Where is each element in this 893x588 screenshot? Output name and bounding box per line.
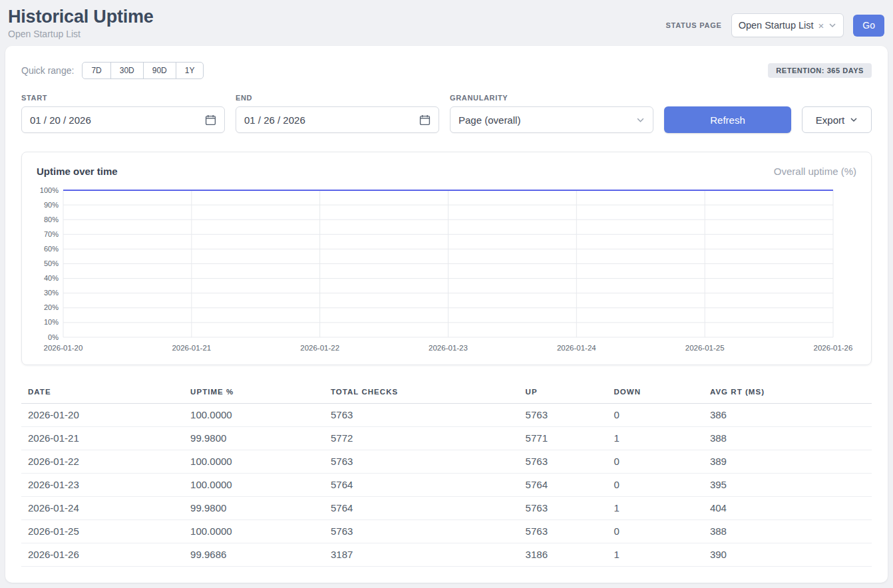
end-date-label: END: [236, 94, 439, 102]
chart-header: Uptime over time Overall uptime (%): [37, 166, 856, 177]
svg-text:40%: 40%: [44, 274, 59, 282]
svg-text:30%: 30%: [44, 289, 59, 297]
table-cell: 2026-01-24: [21, 497, 184, 520]
table-cell: 5763: [324, 404, 519, 427]
go-button[interactable]: Go: [853, 15, 884, 37]
page-title: Historical Uptime: [8, 7, 154, 27]
table-cell: 5763: [519, 520, 608, 543]
table-cell: 2026-01-22: [21, 450, 184, 474]
svg-text:100%: 100%: [40, 186, 59, 194]
table-cell: 2026-01-21: [21, 427, 184, 450]
svg-text:2026-01-23: 2026-01-23: [429, 344, 468, 352]
svg-text:2026-01-22: 2026-01-22: [300, 344, 339, 352]
uptime-table: DATE UPTIME % TOTAL CHECKS UP DOWN AVG R…: [21, 381, 872, 567]
table-cell: 100.0000: [184, 450, 324, 474]
table-cell: 5764: [324, 474, 519, 497]
quick-range-1y-button[interactable]: 1Y: [176, 62, 204, 79]
table-cell: 2026-01-25: [21, 520, 184, 543]
calendar-icon: [205, 114, 216, 126]
granularity-field: GRANULARITY Page (overall): [450, 94, 653, 133]
svg-text:0%: 0%: [48, 333, 59, 341]
table-cell: 2026-01-23: [21, 474, 184, 497]
table-cell: 5763: [519, 497, 608, 520]
uptime-table-body: 2026-01-20100.00005763576303862026-01-21…: [21, 404, 872, 567]
column-header-uptime: UPTIME %: [184, 381, 324, 404]
chevron-down-icon: [850, 116, 858, 124]
svg-text:2026-01-25: 2026-01-25: [685, 344, 725, 352]
granularity-select[interactable]: Page (overall): [450, 106, 653, 133]
table-cell: 0: [608, 450, 703, 474]
status-page-selected-value: Open Startup List: [739, 20, 814, 31]
table-cell: 388: [703, 520, 872, 543]
quick-range-label: Quick range:: [21, 65, 74, 76]
clear-selection-icon[interactable]: ×: [818, 21, 824, 31]
table-row: 2026-01-2499.9800576457631404: [21, 497, 872, 520]
quick-range-7d-button[interactable]: 7D: [82, 62, 110, 79]
table-row: 2026-01-2199.9800577257711388: [21, 427, 872, 450]
column-header-down: DOWN: [608, 381, 703, 404]
table-cell: 2026-01-20: [21, 404, 184, 427]
table-row: 2026-01-2699.9686318731861390: [21, 543, 872, 567]
svg-text:20%: 20%: [44, 303, 59, 311]
table-cell: 99.9686: [184, 543, 324, 567]
export-button[interactable]: Export: [802, 106, 872, 133]
table-cell: 1: [608, 543, 703, 567]
end-date-input[interactable]: 01 / 26 / 2026: [236, 106, 439, 133]
status-page-controls: STATUS PAGE Open Startup List × Go: [665, 7, 884, 37]
column-header-date: DATE: [21, 381, 184, 404]
table-cell: 3186: [519, 543, 608, 567]
end-date-value: 01 / 26 / 2026: [244, 114, 305, 126]
svg-text:60%: 60%: [44, 245, 59, 253]
svg-text:2026-01-24: 2026-01-24: [557, 344, 596, 352]
quick-range-90d-button[interactable]: 90D: [143, 62, 176, 79]
table-cell: 388: [703, 427, 872, 450]
svg-text:10%: 10%: [44, 318, 59, 326]
table-cell: 100.0000: [184, 404, 324, 427]
column-header-avg-rt: AVG RT (MS): [703, 381, 872, 404]
start-date-value: 01 / 20 / 2026: [30, 114, 91, 126]
column-header-total-checks: TOTAL CHECKS: [324, 381, 519, 404]
table-row: 2026-01-22100.0000576357630389: [21, 450, 872, 474]
start-date-input[interactable]: 01 / 20 / 2026: [21, 106, 225, 133]
svg-text:80%: 80%: [44, 216, 59, 223]
retention-badge: RETENTION: 365 DAYS: [768, 63, 872, 78]
table-row: 2026-01-23100.0000576457640395: [21, 474, 872, 497]
main-panel: Quick range: 7D 30D 90D 1Y RETENTION: 36…: [5, 46, 888, 583]
table-cell: 1: [608, 427, 703, 450]
status-page-select[interactable]: Open Startup List ×: [731, 13, 844, 37]
svg-text:70%: 70%: [44, 230, 59, 238]
table-row: 2026-01-25100.0000576357630388: [21, 520, 872, 543]
table-cell: 389: [703, 450, 872, 474]
granularity-label: GRANULARITY: [450, 94, 653, 102]
uptime-line-chart: 0%10%20%30%40%50%60%70%80%90%100%2026-01…: [37, 184, 856, 358]
table-cell: 0: [608, 520, 703, 543]
quick-range-30d-button[interactable]: 30D: [110, 62, 144, 79]
svg-text:90%: 90%: [44, 201, 59, 209]
table-cell: 1: [608, 497, 703, 520]
filter-row: START 01 / 20 / 2026 END 01 / 26 / 2026 …: [21, 94, 872, 133]
table-cell: 99.9800: [184, 497, 324, 520]
quick-range-row: Quick range: 7D 30D 90D 1Y RETENTION: 36…: [21, 62, 872, 79]
quick-range-group: 7D 30D 90D 1Y: [82, 62, 204, 79]
page-subtitle: Open Startup List: [8, 29, 154, 39]
table-cell: 404: [703, 497, 872, 520]
calendar-icon: [419, 114, 431, 126]
chart-card: Uptime over time Overall uptime (%) 0%10…: [21, 152, 872, 365]
table-cell: 5763: [519, 450, 608, 474]
table-cell: 2026-01-26: [21, 543, 184, 567]
table-cell: 5763: [324, 450, 519, 474]
end-date-field: END 01 / 26 / 2026: [236, 94, 439, 133]
export-button-label: Export: [816, 114, 844, 126]
svg-text:50%: 50%: [44, 259, 59, 267]
table-cell: 100.0000: [184, 520, 324, 543]
refresh-button[interactable]: Refresh: [664, 106, 791, 133]
table-cell: 5772: [324, 427, 519, 450]
table-cell: 0: [608, 404, 703, 427]
table-cell: 100.0000: [184, 474, 324, 497]
table-header-row: DATE UPTIME % TOTAL CHECKS UP DOWN AVG R…: [21, 381, 872, 404]
table-cell: 395: [703, 474, 872, 497]
page-header: Historical Uptime Open Startup List STAT…: [0, 0, 893, 39]
status-page-label: STATUS PAGE: [665, 21, 721, 29]
column-header-up: UP: [519, 381, 608, 404]
table-cell: 5764: [519, 474, 608, 497]
